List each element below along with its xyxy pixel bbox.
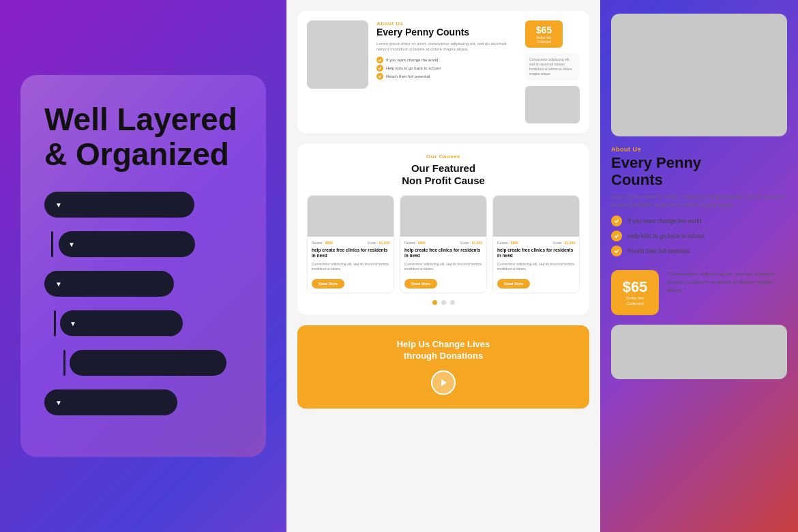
cause-title-2: help create free clinics for residents i…	[404, 248, 482, 259]
layer-row-3: ▼	[44, 271, 242, 297]
right-check-2: Help kids to go back to school	[611, 231, 787, 241]
cause-card-2: Raised : $800 Goals : $1,000 help create…	[400, 195, 487, 293]
right-desc: Lorem ipsum dolor sit amet, consectetur …	[611, 193, 787, 211]
cause-desc-1: Consectetur adipiscing elit, sed do eius…	[312, 262, 389, 271]
side-image	[525, 86, 580, 123]
cause-body-3: Raised : $800 Goals : $1,000 help create…	[493, 237, 579, 293]
cause-title-3: help create free clinics for residents i…	[497, 248, 575, 259]
cause-raised-1: Raised : $550	[312, 241, 333, 245]
dot-3[interactable]	[450, 300, 455, 305]
right-check-1: If you want change the world	[611, 216, 787, 226]
right-check-icon-2	[611, 231, 622, 241]
layer-bar-3[interactable]: ▼	[44, 271, 174, 297]
middle-panel: About Us Every Penny Counts Lorem ipsum …	[286, 0, 600, 532]
causes-section: Our Causes Our Featured Non Profit Cause…	[297, 144, 589, 314]
v-line-3	[63, 350, 65, 376]
read-more-btn-3[interactable]: Read More	[497, 279, 530, 289]
layer-row-1: ▼	[44, 192, 242, 218]
layer-row-2: ▼	[44, 231, 242, 257]
about-section: About Us Every Penny Counts Lorem ipsum …	[297, 11, 589, 133]
title-line1: Well Layered	[44, 102, 237, 137]
about-image	[307, 20, 368, 89]
right-price-row: $65 Dollar We Collected "Consectetur adi…	[611, 270, 787, 315]
card-title: Well Layered & Organized	[44, 102, 242, 178]
about-title: Every Penny Counts	[376, 27, 517, 38]
title-line2: & Organized	[44, 136, 229, 172]
check-text-3: Reach their full potential	[386, 74, 430, 78]
layer-bar-5[interactable]	[70, 350, 226, 376]
read-more-btn-2[interactable]: Read More	[404, 279, 437, 289]
dot-2[interactable]	[441, 300, 446, 305]
layer-bar-1[interactable]: ▼	[44, 192, 194, 218]
right-check-3: Reach their full potential	[611, 246, 787, 256]
cause-card-3: Raised : $800 Goals : $1,000 help create…	[492, 195, 580, 293]
right-price-amount: $65	[622, 278, 648, 296]
left-panel: Well Layered & Organized ▼ ▼ ▼	[0, 0, 286, 532]
check-item-1: If you want change the world	[376, 57, 517, 63]
causes-title: Our Featured Non Profit Cause	[307, 162, 580, 187]
cause-goal-1: Goals : $1,000	[367, 241, 389, 245]
about-label: About Us	[376, 20, 517, 27]
right-panel: About Us Every Penny Counts Lorem ipsum …	[600, 0, 798, 532]
cause-card-1: Raised : $550 Goals : $1,000 help create…	[307, 195, 394, 293]
causes-label: Our Causes	[307, 153, 580, 160]
cause-goal-3: Goals : $1,000	[552, 241, 575, 245]
about-desc: Lorem ipsum dolor sit amet, consectetur …	[376, 41, 517, 53]
check-item-3: Reach their full potential	[376, 73, 517, 80]
check-icon-2	[376, 65, 383, 72]
cause-desc-2: Consectetur adipiscing elit, sed do eius…	[404, 262, 482, 271]
about-text-content: About Us Every Penny Counts Lorem ipsum …	[376, 20, 517, 123]
layer-row-4: ▼	[44, 310, 242, 336]
cause-image-3	[493, 196, 579, 237]
layer-row-6: ▼	[44, 389, 242, 415]
right-price-label: Dollar We Collected	[622, 296, 648, 307]
right-bottom-image	[611, 325, 787, 379]
right-quote: "Consectetur adipiscing elit, sed do eiu…	[667, 270, 787, 295]
right-content: About Us Every Penny Counts Lorem ipsum …	[600, 0, 798, 532]
layer-bar-4[interactable]: ▼	[60, 310, 183, 336]
pagination	[307, 300, 580, 305]
cause-image-1	[308, 196, 394, 237]
donation-title: Help Us Change Lives through Donations	[311, 339, 576, 362]
middle-content: About Us Every Penny Counts Lorem ipsum …	[286, 0, 600, 532]
cause-goal-2: Goals : $1,000	[460, 241, 482, 245]
arrow-icon-6: ▼	[55, 399, 62, 407]
quote-box: Consectetur adipiscing elit, sed do eius…	[525, 53, 580, 80]
cause-raised-3: Raised : $800	[497, 241, 518, 245]
cause-desc-3: Consectetur adipiscing elit, sed do eius…	[497, 262, 575, 271]
check-text-2: Help kids to go back to school	[386, 66, 441, 70]
cause-stats-3: Raised : $800 Goals : $1,000	[497, 241, 575, 245]
read-more-btn-1[interactable]: Read More	[312, 279, 344, 289]
right-title: Every Penny Counts	[611, 154, 787, 189]
dot-1[interactable]	[432, 300, 437, 305]
right-check-text-2: Help kids to go back to school	[627, 233, 705, 239]
cause-image-2	[400, 196, 486, 237]
layer-bar-2[interactable]: ▼	[59, 231, 195, 257]
cause-stats-1: Raised : $550 Goals : $1,000	[312, 241, 389, 245]
check-icon-3	[376, 73, 383, 80]
right-check-text-3: Reach their full potential	[627, 248, 690, 254]
check-icon-1	[376, 57, 383, 63]
price-amount: $65	[532, 25, 556, 35]
v-line-1	[51, 231, 53, 257]
check-text-1: If you want change the world	[386, 58, 438, 62]
right-check-icon-3	[611, 246, 622, 256]
right-top-image	[611, 14, 787, 136]
about-side: $65 Dollar We Collected Consectetur adip…	[525, 20, 580, 123]
layer-row-5	[44, 350, 242, 376]
causes-grid: Raised : $550 Goals : $1,000 help create…	[307, 195, 580, 293]
cause-raised-2: Raised : $800	[404, 241, 426, 245]
arrow-icon-4: ▼	[70, 320, 76, 327]
price-label: Dollar We Collected	[532, 35, 556, 44]
arrow-icon-3: ▼	[55, 280, 62, 288]
layered-card: Well Layered & Organized ▼ ▼ ▼	[20, 75, 266, 457]
play-button[interactable]	[431, 370, 456, 395]
check-item-2: Help kids to go back to school	[376, 65, 517, 72]
right-price-badge: $65 Dollar We Collected	[611, 270, 659, 315]
right-check-text-1: If you want change the world	[627, 218, 701, 224]
layer-bar-6[interactable]: ▼	[44, 389, 177, 415]
svg-marker-0	[441, 379, 447, 386]
price-badge: $65 Dollar We Collected	[525, 20, 563, 48]
right-about-label: About Us	[611, 146, 787, 153]
v-line-2	[54, 310, 56, 336]
